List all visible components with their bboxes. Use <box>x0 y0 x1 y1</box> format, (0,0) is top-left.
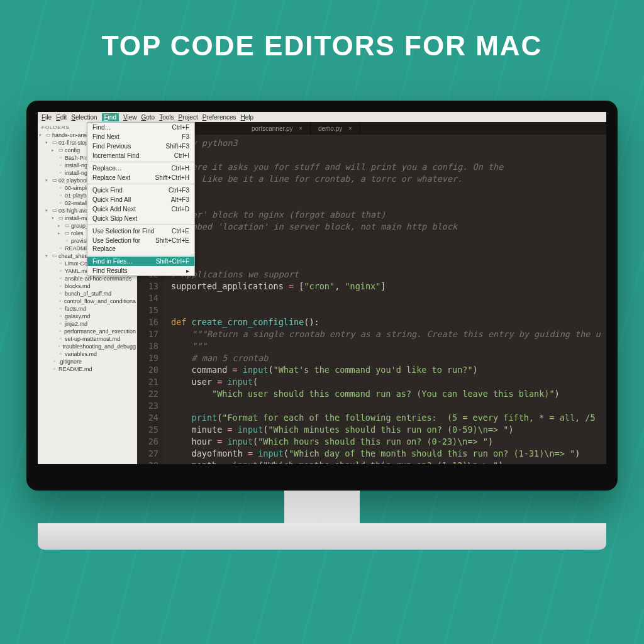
menu-preferences[interactable]: Preferences <box>203 114 236 121</box>
tree-item[interactable]: ▫README.md <box>39 365 136 373</box>
menu-separator <box>87 184 194 184</box>
folder-icon: ▭ <box>64 222 70 230</box>
line-number: 20 <box>137 364 158 376</box>
menu-item-shortcut: F3 <box>182 133 189 141</box>
code-line[interactable] <box>171 292 601 304</box>
line-number: 15 <box>137 304 158 316</box>
code-line[interactable] <box>171 197 601 209</box>
line-number: 28 <box>137 460 158 464</box>
menu-item[interactable]: Find Results <box>87 266 194 275</box>
tree-item[interactable]: ▫facts.md <box>39 305 136 313</box>
tree-item[interactable]: ▫set-up-mattermost.md <box>39 335 136 343</box>
code-line[interactable]: print("Format for each of the following … <box>171 412 601 424</box>
code-line[interactable] <box>171 304 601 316</box>
code-line[interactable]: user = input( <box>171 376 601 388</box>
code-line[interactable]: embed 'location' in server block, not ma… <box>171 221 601 233</box>
code-line[interactable]: """ <box>171 340 601 352</box>
code-editor[interactable]: 1234567891011121314151617181920212223242… <box>137 135 606 464</box>
menu-item-shortcut: Ctrl+D <box>171 205 189 213</box>
menu-item[interactable]: Quick Add NextCtrl+D <box>87 204 194 214</box>
menu-item-label: Replace Next <box>92 174 130 182</box>
menu-item-label: Find Previous <box>92 142 131 150</box>
code-line[interactable]: """Return a single crontab entry as a st… <box>171 328 601 340</box>
menu-item[interactable]: Replace NextShift+Ctrl+H <box>87 173 194 182</box>
code-line[interactable]: # man 5 crontab <box>171 352 601 364</box>
menu-item[interactable]: Find in Files…Shift+Ctrl+F <box>87 257 194 266</box>
code-line[interactable]: "Which user should this command run as? … <box>171 388 601 400</box>
code-line[interactable]: n/env python3 <box>171 137 601 149</box>
tree-item[interactable]: ▫blocks.md <box>39 282 136 290</box>
code-line[interactable] <box>171 233 601 245</box>
menu-item-shortcut: Shift+Ctrl+H <box>155 174 189 182</box>
tree-item[interactable]: ▫galaxy.md <box>39 313 136 320</box>
code-line[interactable] <box>171 400 601 412</box>
folder-icon: ▭ <box>52 177 57 184</box>
close-icon[interactable]: × <box>299 125 303 131</box>
menu-item-label: Incremental Find <box>92 152 139 160</box>
menu-find[interactable]: Find <box>102 113 119 121</box>
tree-item[interactable]: ▫variables.md <box>39 350 136 358</box>
tree-item[interactable]: ▫control_flow_and_conditiona <box>39 297 136 305</box>
folder-icon: ▭ <box>58 214 64 222</box>
code-line[interactable]: d where it asks you for stuff and will p… <box>171 161 601 173</box>
menu-item[interactable]: Quick Skip Next <box>87 214 194 223</box>
code-line[interactable]: hour = input("Which hours should this ru… <box>171 436 601 448</box>
code-line[interactable]: def create_cron_configline(): <box>171 316 601 328</box>
code-area[interactable]: n/env python3 d where it asks you for st… <box>164 135 606 464</box>
menu-project[interactable]: Project <box>179 114 198 121</box>
menu-view[interactable]: View <box>123 114 137 121</box>
tree-item-label: performance_and_execution <box>64 328 136 335</box>
menu-item-label: Find Next <box>92 133 119 141</box>
tree-item[interactable]: ▫jinja2.md <box>39 320 136 328</box>
menu-item[interactable]: Incremental FindCtrl+I <box>87 151 194 160</box>
tab[interactable]: portscanner.py× <box>244 122 311 135</box>
menu-item[interactable]: Quick FindCtrl+F3 <box>87 186 194 195</box>
menu-item[interactable]: Find PreviousShift+F3 <box>87 142 194 151</box>
menu-item[interactable]: Find…Ctrl+F <box>87 123 194 132</box>
line-number: 16 <box>137 316 158 328</box>
code-line[interactable]: month = input("Which months should this … <box>171 460 601 464</box>
menu-item-shortcut: Shift+Ctrl+F <box>156 257 189 265</box>
tree-item-label: .gitignore <box>58 358 82 365</box>
menu-tools[interactable]: Tools <box>159 114 174 121</box>
tab[interactable]: demo.py× <box>311 122 360 135</box>
code-line[interactable]: supported_applications = ["cron", "nginx… <box>171 280 601 292</box>
tree-item[interactable]: ▫troubleshooting_and_debugg <box>39 343 136 350</box>
file-icon: ▫ <box>58 335 64 343</box>
menu-item[interactable]: Use Selection for ReplaceShift+Ctrl+E <box>87 236 194 253</box>
menu-item[interactable]: Quick Find AllAlt+F3 <box>87 195 194 204</box>
menu-selection[interactable]: Selection <box>71 114 97 121</box>
close-icon[interactable]: × <box>348 125 352 131</box>
code-line[interactable]: command = input("What's the command you'… <box>171 364 601 376</box>
menu-goto[interactable]: Goto <box>141 114 155 121</box>
tree-item[interactable]: ▫.gitignore <box>39 358 136 365</box>
menu-item[interactable]: Find NextF3 <box>87 132 194 142</box>
code-line[interactable]: minute = input("Which minutes should thi… <box>171 424 601 436</box>
code-line[interactable] <box>171 257 601 269</box>
tree-item[interactable]: ▫bunch_of_stuff.md <box>39 290 136 297</box>
menu-item[interactable]: Use Selection for FindCtrl+E <box>87 226 194 236</box>
menu-item[interactable]: Replace…Ctrl+H <box>87 164 194 173</box>
menu-item-label: Use Selection for Find <box>92 227 154 235</box>
tree-item[interactable]: ▫performance_and_execution <box>39 328 136 335</box>
code-line[interactable] <box>171 149 601 161</box>
menu-item-label: Find Results <box>92 267 128 275</box>
monitor-frame: FileEditSelectionFindViewGotoToolsProjec… <box>26 101 618 550</box>
code-line[interactable]: dayofmonth = input("Which day of the mon… <box>171 448 601 460</box>
tree-item-label: README.md <box>58 365 92 373</box>
code-line[interactable] <box>171 185 601 197</box>
menu-item-shortcut: Alt+F3 <box>171 196 189 204</box>
tab-label: portscanner.py <box>252 125 293 132</box>
tree-item-label: galaxy.md <box>65 313 90 320</box>
menu-help[interactable]: Help <box>241 114 254 121</box>
menu-file[interactable]: File <box>42 114 52 121</box>
folder-icon: ▭ <box>45 131 51 139</box>
menu-edit[interactable]: Edit <box>56 114 67 121</box>
menu-item-label: Find in Files… <box>92 257 133 265</box>
find-menu-dropdown[interactable]: Find…Ctrl+FFind NextF3Find PreviousShift… <box>87 122 195 276</box>
menubar: FileEditSelectionFindViewGotoToolsProjec… <box>38 112 606 122</box>
code-line[interactable]: # Applications we support <box>171 269 601 280</box>
code-line[interactable]: line. Like be it a line for crontab, a t… <box>171 173 601 185</box>
code-line[interactable]: server' block to nginx (forgot about tha… <box>171 209 601 221</box>
code-line[interactable] <box>171 245 601 257</box>
